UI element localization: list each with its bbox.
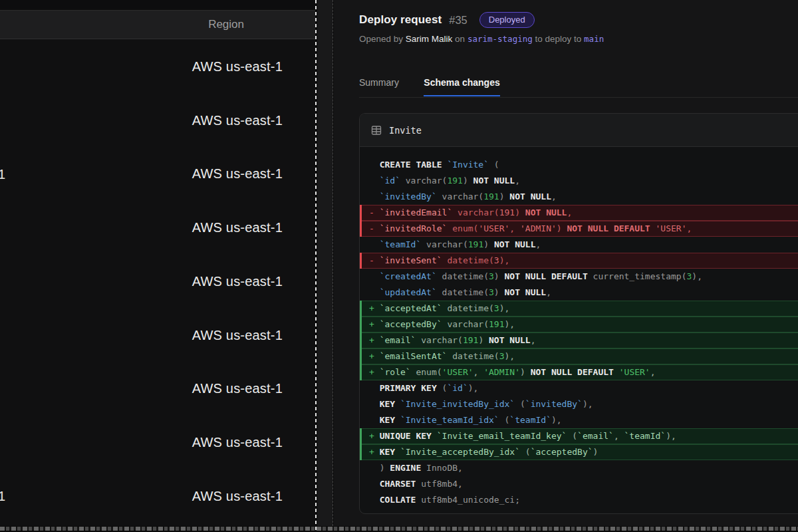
diff-line-context: KEY `Invite_invitedBy_idx` (`invitedBy`)… [360,396,798,412]
schema-diff-code: CREATE TABLE `Invite` ( `id` varchar(191… [360,147,798,508]
table-grid-icon [371,125,382,136]
diff-line-added: + `email` varchar(191) NOT NULL, [360,332,798,348]
schema-diff-card-header: Invite [360,114,798,147]
panel-gutter [317,0,333,526]
region-cell: AWS us-east-1 [192,220,283,235]
diff-marker [369,492,380,508]
diff-line-context: COLLATE utf8mb4_unicode_ci; [360,492,798,508]
diff-marker: + [369,317,380,332]
region-column-header: Region [208,18,244,31]
bottom-cut-dashed-line [0,527,798,531]
tab-summary[interactable]: Summary [359,71,399,95]
subtitle-opened-by: Opened by [359,34,403,44]
diff-line-context: CREATE TABLE `Invite` ( [360,157,798,173]
table-row[interactable]: AWS us-east-1 [0,255,315,309]
target-branch-link[interactable]: main [584,34,604,44]
diff-line-context: `updatedAt` datetime(3) NOT NULL, [360,285,798,301]
diff-line-added: + `acceptedAt` datetime(3), [360,301,798,317]
region-cell: AWS us-east-1 [192,59,283,74]
table-row[interactable]: 1AWS us-east-1 [0,469,315,523]
diff-line-context: `teamId` varchar(191) NOT NULL, [360,237,798,253]
subtitle-on: on [455,34,465,44]
tab-schema-changes[interactable]: Schema changes [424,71,499,96]
diff-line-removed: - `inviteSent` datetime(3), [360,253,798,269]
table-row[interactable]: AWS us-east-1 [0,94,315,148]
diff-marker [369,269,380,285]
deploy-request-header: Deploy request #35 Deployed [359,12,535,28]
diff-line-removed: - `invitedRole` enum('USER', 'ADMIN') NO… [360,221,798,237]
source-branch-link[interactable]: sarim-staging [467,34,533,44]
table-row[interactable]: AWS us-east-1 [0,416,315,469]
diff-line-context: `id` varchar(191) NOT NULL, [360,173,798,189]
diff-marker: + [369,301,380,317]
region-cell: AWS us-east-1 [192,328,283,343]
deploy-request-panel: Deploy request #35 Deployed Opened by Sa… [334,0,798,526]
regions-panel-top-strip [0,0,315,10]
regions-table-header: Region [0,10,315,39]
table-row[interactable]: AWS us-east-1 [0,309,315,362]
diff-marker: + [369,444,380,460]
diff-line-added: + `acceptedBy` varchar(191), [360,317,798,332]
diff-marker: - [369,221,380,237]
cropped-text-fragment: 1 [0,166,5,182]
diff-line-context: CHARSET utf8mb4, [360,476,798,492]
page-title: Deploy request [359,13,442,27]
diff-line-added: + UNIQUE KEY `Invite_email_teamId_key` (… [360,428,798,444]
diff-marker [369,412,380,428]
region-cell: AWS us-east-1 [192,489,283,504]
diff-line-removed: - `invitedEmail` varchar(191) NOT NULL, [360,205,798,221]
diff-line-added: + `emailSentAt` datetime(3), [360,348,798,364]
diff-line-context: KEY `Invite_teamId_idx` (`teamId`), [360,412,798,428]
diff-marker: + [369,332,380,348]
diff-line-context: ) ENGINE InnoDB, [360,460,798,476]
schema-diff-card: Invite CREATE TABLE `Invite` ( `id` varc… [359,113,798,514]
schema-table-name: Invite [389,125,422,136]
region-cell: AWS us-east-1 [192,166,283,182]
tabs-bar: Summary Schema changes [359,70,798,98]
diff-marker: - [369,205,380,221]
author-name: Sarim Malik [406,34,453,44]
diff-line-context: PRIMARY KEY (`id`), [360,380,798,396]
diff-line-context: `createdAt` datetime(3) NOT NULL DEFAULT… [360,269,798,285]
regions-panel: Region AWS us-east-1AWS us-east-11AWS us… [0,0,315,526]
diff-marker [369,285,380,301]
region-cell: AWS us-east-1 [192,274,283,289]
diff-marker [369,189,380,205]
region-cell: AWS us-east-1 [192,381,283,396]
table-row[interactable]: AWS us-east-1 [0,362,315,416]
diff-marker: - [369,253,380,269]
diff-marker [369,157,380,173]
diff-marker [369,173,380,189]
regions-table-body: AWS us-east-1AWS us-east-11AWS us-east-1… [0,40,315,523]
deploy-request-subtitle: Opened by Sarim Malik on sarim-staging t… [359,34,604,44]
table-row[interactable]: AWS us-east-1 [0,201,315,255]
cropped-text-fragment: 1 [0,489,5,504]
vertical-cut-dashed-line [315,0,317,532]
table-row[interactable]: 1AWS us-east-1 [0,148,315,201]
status-badge: Deployed [479,12,535,28]
diff-marker [369,476,380,492]
diff-marker [369,380,380,396]
diff-marker [369,396,380,412]
diff-line-added: + KEY `Invite_acceptedBy_idx` (`accepted… [360,444,798,460]
diff-marker [369,237,380,253]
region-cell: AWS us-east-1 [192,113,283,128]
diff-marker: + [369,428,380,444]
subtitle-to-deploy-to: to deploy to [535,34,582,44]
diff-line-context: `invitedBy` varchar(191) NOT NULL, [360,189,798,205]
diff-marker: + [369,348,380,364]
diff-marker: + [369,364,380,380]
region-cell: AWS us-east-1 [192,435,283,450]
diff-line-added: + `role` enum('USER', 'ADMIN') NOT NULL … [360,364,798,380]
table-row[interactable]: AWS us-east-1 [0,40,315,94]
diff-marker [369,460,380,476]
deploy-request-number: #35 [449,14,467,27]
